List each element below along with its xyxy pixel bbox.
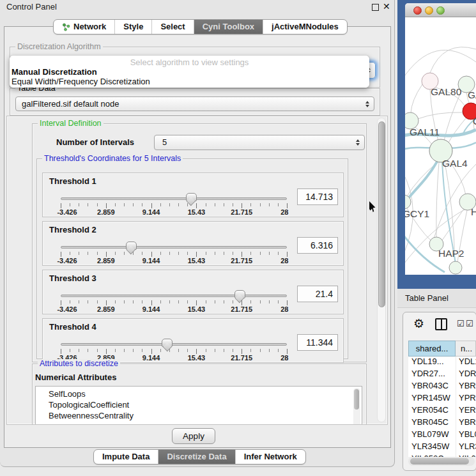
combo-arrows-icon	[365, 101, 369, 107]
tab-impute-data[interactable]: Impute Data	[94, 450, 158, 464]
tab-style[interactable]: Style	[114, 20, 151, 34]
threshold-2-slider[interactable]: -3.4262.8599.14415.4321.71528	[61, 241, 287, 266]
threshold-1-slider[interactable]: -3.4262.8599.14415.4321.71528	[61, 192, 287, 218]
close-icon[interactable]: ✕	[383, 1, 390, 12]
slider-track[interactable]	[61, 246, 287, 249]
scrollbar-thumb[interactable]	[410, 458, 469, 464]
table-data-combobox[interactable]: galFiltered.sif default node	[15, 96, 374, 111]
tick-label: 15.43	[188, 305, 206, 313]
cell-name[interactable]: YER0...	[456, 405, 476, 417]
slider-track[interactable]	[61, 343, 287, 346]
window-title: Control Panel	[6, 2, 57, 12]
cell-name[interactable]: YBR0...	[456, 381, 476, 393]
close-traffic-light-icon[interactable]	[413, 6, 422, 15]
cyni-toolbox-panel: Discretization Algorithm Select algorith…	[4, 26, 391, 448]
control-panel-window: Control Panel ✕ Network Style Select Cyn…	[0, 0, 395, 467]
table-row[interactable]: YBR045C YBR0...	[408, 417, 476, 429]
cell-shared-name[interactable]: YER054C	[408, 405, 456, 417]
table-row[interactable]: YDR27... YDR2...	[408, 369, 476, 381]
network-canvas[interactable]: GAL80 GA C GAL11 GAL4 GCY1 H HAP2	[405, 17, 476, 275]
list-item[interactable]: TopologicalCoefficient	[36, 399, 362, 410]
float-window-icon[interactable]	[372, 4, 379, 11]
tab-select[interactable]: Select	[151, 20, 193, 34]
cell-shared-name[interactable]: YPR145W	[408, 393, 456, 405]
list-item[interactable]: BetweennessCentrality	[36, 410, 362, 421]
minimize-traffic-light-icon[interactable]	[425, 6, 433, 15]
cell-name[interactable]: YBR0...	[456, 417, 476, 429]
tab-infer-network[interactable]: Infer Network	[235, 450, 305, 464]
checkbox-icon[interactable]: ☑	[457, 319, 464, 328]
cell-shared-name[interactable]: YDR27...	[408, 369, 456, 381]
dropdown-option-manual[interactable]: Manual Discretization	[12, 67, 97, 77]
threshold-2-value[interactable]: 6.316	[297, 237, 338, 254]
cell-name[interactable]: YBL0...	[456, 429, 476, 441]
settings-scroll-area: Interval Definition Number of Intervals …	[6, 116, 388, 425]
cell-name[interactable]: YPR1...	[456, 393, 476, 405]
tick-label: 15.43	[188, 354, 206, 362]
zoom-traffic-light-icon[interactable]	[436, 6, 445, 15]
apply-button[interactable]: Apply	[172, 428, 215, 444]
control-panel-titlebar[interactable]: Control Panel ✕	[0, 0, 395, 14]
slider-thumb[interactable]	[234, 290, 245, 298]
threshold-label: Threshold 2	[49, 225, 96, 234]
threshold-4-value[interactable]: 11.344	[297, 334, 338, 351]
threshold-3-value[interactable]: 21.4	[297, 286, 338, 302]
settings-scrollbar[interactable]	[377, 118, 386, 422]
slider-track[interactable]	[61, 197, 287, 200]
threshold-3-slider[interactable]: -3.4262.8599.14415.4321.71528	[61, 289, 287, 315]
column-header-name[interactable]: n...	[456, 341, 476, 357]
cell-shared-name[interactable]: YBR043C	[408, 381, 456, 393]
slider-thumb[interactable]	[162, 339, 173, 347]
table-horizontal-scrollbar[interactable]	[408, 457, 475, 466]
threshold-label: Threshold 1	[49, 176, 96, 186]
network-nodes	[405, 73, 476, 274]
threshold-1-value[interactable]: 14.713	[297, 188, 338, 205]
cell-shared-name[interactable]: YDL19...	[408, 357, 456, 369]
tick-label: -3.426	[57, 208, 77, 216]
number-of-intervals-combobox[interactable]: 5	[154, 135, 365, 150]
table-row[interactable]: YBR043C YBR0...	[408, 381, 476, 393]
gear-icon[interactable]: ⚙	[413, 316, 424, 330]
table-row[interactable]: YER054C YER0...	[408, 405, 476, 417]
checkbox-icon[interactable]: ☑	[466, 319, 473, 328]
tick-label: 9.144	[142, 257, 160, 265]
dropdown-option-equal-width[interactable]: Equal Width/Frequency Discretization	[12, 77, 150, 86]
network-node[interactable]	[449, 261, 462, 274]
scrollbar-thumb[interactable]	[378, 121, 385, 307]
attributes-items: SelfLoopsTopologicalCoefficientBetweenne…	[36, 387, 362, 421]
tab-network[interactable]: Network	[54, 20, 114, 34]
slider-tick-labels: -3.4262.8599.14415.4321.71528	[61, 208, 287, 217]
tab-network-label: Network	[73, 20, 106, 34]
tab-jactivemnodules[interactable]: jActiveMNodules	[263, 20, 347, 34]
tick-label: 2.859	[97, 208, 115, 216]
slider-track[interactable]	[61, 295, 287, 297]
algorithm-dropdown-popup: Select algorithm to view settings Manual…	[10, 56, 369, 88]
cell-shared-name[interactable]: YBL079W	[408, 429, 456, 441]
table-row[interactable]: YDL19... YDL1...	[408, 357, 476, 369]
table-row[interactable]: YBL079W YBL0...	[408, 429, 476, 441]
tick-label: 2.859	[97, 305, 115, 313]
cell-name[interactable]: YDL1...	[456, 357, 476, 369]
cell-name[interactable]: YLR3...	[456, 441, 476, 454]
threshold-4-panel: Threshold 4 -3.4262.8599.14415.4321.7152…	[42, 318, 344, 363]
slider-tick-labels: -3.4262.8599.14415.4321.71528	[61, 305, 287, 314]
numerical-attributes-list[interactable]: SelfLoopsTopologicalCoefficientBetweenne…	[35, 386, 362, 425]
columns-icon[interactable]	[435, 318, 447, 330]
tab-cyni-toolbox[interactable]: Cyni Toolbox	[194, 20, 263, 34]
cell-shared-name[interactable]: YBR045C	[408, 417, 456, 429]
list-scrollbar[interactable]	[353, 388, 360, 425]
table-panel-titlebar[interactable]: Table Panel	[397, 289, 476, 308]
threshold-1-panel: Threshold 1 -3.4262.8599.14415.4321.7152…	[42, 173, 344, 217]
tab-discretize-data[interactable]: Discretize Data	[158, 450, 234, 464]
column-header-shared-name[interactable]: shared...	[408, 341, 456, 357]
table-row[interactable]: YLR345W YLR3...	[408, 441, 476, 454]
interval-definition-group: Interval Definition Number of Intervals …	[32, 123, 367, 362]
slider-thumb[interactable]	[186, 193, 197, 201]
table-row[interactable]: YPR145W YPR1...	[408, 393, 476, 405]
cell-shared-name[interactable]: YLR345W	[408, 441, 456, 454]
list-item[interactable]: SelfLoops	[36, 388, 362, 399]
cell-name[interactable]: YDR2...	[456, 369, 476, 381]
slider-thumb[interactable]	[126, 242, 137, 250]
network-window-titlebar[interactable]	[405, 3, 476, 17]
threshold-label: Threshold 3	[49, 273, 96, 283]
